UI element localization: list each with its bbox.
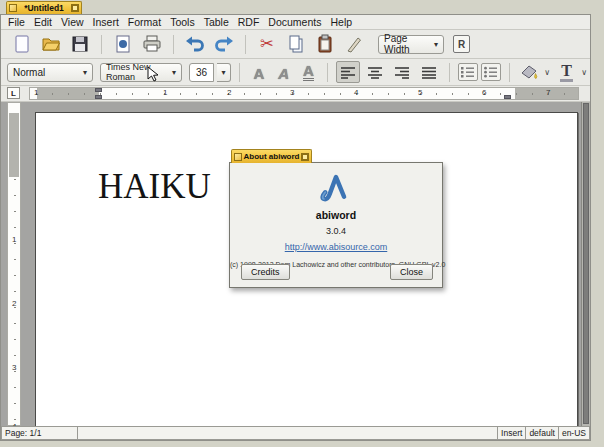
rdf-toggle-button[interactable]: R bbox=[453, 35, 470, 53]
scrollbar-thumb[interactable] bbox=[583, 103, 589, 424]
align-right-button[interactable] bbox=[390, 61, 414, 83]
pen-button[interactable] bbox=[341, 31, 367, 57]
format-toolbar: Normal ▾ Times New Roman ▾ 36 ▾ A A A bbox=[1, 59, 590, 86]
pen-icon bbox=[344, 34, 364, 54]
about-dialog-title: About abiword bbox=[242, 152, 301, 161]
toolbar-separator bbox=[173, 35, 174, 54]
save-button[interactable] bbox=[67, 31, 93, 57]
fill-bucket-icon bbox=[519, 63, 539, 81]
font-size-dropdown[interactable]: ▾ bbox=[217, 63, 231, 82]
toolbar-separator bbox=[101, 35, 102, 54]
menu-help[interactable]: Help bbox=[330, 16, 352, 28]
bold-icon: A bbox=[254, 66, 265, 81]
menu-tools[interactable]: Tools bbox=[170, 16, 195, 28]
chevron-down-icon: ▾ bbox=[167, 68, 176, 77]
menu-edit[interactable]: Edit bbox=[34, 16, 52, 28]
document-text[interactable]: HAIKU bbox=[98, 169, 211, 204]
menu-documents[interactable]: Documents bbox=[268, 16, 321, 28]
cut-button[interactable]: ✂ bbox=[254, 31, 280, 57]
align-justify-icon bbox=[421, 66, 437, 79]
horizontal-ruler: 1 1 2 3 4 5 6 7 bbox=[29, 87, 579, 100]
toolbar-separator bbox=[509, 63, 510, 82]
undo-icon bbox=[185, 34, 205, 54]
page-indicator: Page: 1/1 bbox=[1, 426, 78, 440]
vertical-scrollbar[interactable] bbox=[581, 102, 590, 426]
numbered-list-button[interactable] bbox=[458, 63, 478, 81]
chevron-down-icon[interactable]: ∨ bbox=[581, 68, 587, 77]
language-indicator[interactable]: en-US bbox=[559, 426, 590, 440]
font-size-input[interactable]: 36 bbox=[189, 63, 214, 82]
open-button[interactable] bbox=[38, 31, 64, 57]
status-message-area bbox=[78, 426, 498, 440]
app-version: 3.0.4 bbox=[230, 226, 442, 236]
ruler-number: 3 bbox=[290, 89, 294, 97]
menu-format[interactable]: Format bbox=[128, 16, 161, 28]
left-indent-marker[interactable] bbox=[95, 95, 102, 99]
toolbar-separator bbox=[239, 63, 240, 82]
insert-mode-indicator[interactable]: Insert bbox=[498, 426, 526, 440]
desktop: *Untitled1 File Edit View Insert Format … bbox=[0, 0, 604, 447]
tabstop-selector[interactable]: L bbox=[7, 87, 20, 99]
align-justify-button[interactable] bbox=[417, 61, 441, 83]
paste-icon bbox=[315, 34, 335, 54]
menu-rdf[interactable]: RDF bbox=[238, 16, 260, 28]
chevron-down-icon[interactable]: ∨ bbox=[544, 68, 550, 77]
vertical-ruler: 1 2 3 4 bbox=[7, 102, 21, 426]
about-dialog-tab[interactable]: About abiword bbox=[231, 149, 312, 163]
zoom-icon[interactable] bbox=[71, 4, 79, 12]
save-icon bbox=[70, 34, 90, 54]
first-line-indent-marker[interactable] bbox=[95, 88, 102, 92]
credits-button[interactable]: Credits bbox=[241, 264, 290, 280]
paste-button[interactable] bbox=[312, 31, 338, 57]
undo-button[interactable] bbox=[182, 31, 208, 57]
font-color-icon: T bbox=[560, 63, 573, 82]
close-icon[interactable] bbox=[9, 4, 17, 12]
menu-table[interactable]: Table bbox=[204, 16, 229, 28]
ruler-ticks bbox=[36, 93, 576, 95]
ruler-number: 1 bbox=[12, 236, 16, 244]
align-left-button[interactable] bbox=[336, 61, 360, 83]
copy-button[interactable] bbox=[283, 31, 309, 57]
underline-button[interactable]: A bbox=[298, 62, 320, 83]
right-indent-marker[interactable] bbox=[504, 95, 511, 99]
zoom-select[interactable]: Page Width ▾ bbox=[378, 35, 444, 54]
toolbar-separator bbox=[327, 63, 328, 82]
bold-button[interactable]: A bbox=[248, 62, 270, 83]
bulleted-list-button[interactable] bbox=[481, 63, 501, 81]
ruler-number: 1 bbox=[163, 89, 167, 97]
menu-view[interactable]: View bbox=[61, 16, 84, 28]
style-value: Normal bbox=[13, 67, 45, 78]
document-area: 1 2 3 4 HAIKU About abiword bbox=[1, 102, 590, 426]
font-select[interactable]: Times New Roman ▾ bbox=[100, 63, 182, 82]
ruler-number: 2 bbox=[227, 89, 231, 97]
cut-icon: ✂ bbox=[260, 36, 273, 52]
redo-button[interactable] bbox=[211, 31, 237, 57]
style-select[interactable]: Normal ▾ bbox=[7, 63, 93, 82]
menubar: File Edit View Insert Format Tools Table… bbox=[1, 15, 590, 30]
zoom-icon[interactable] bbox=[301, 153, 309, 161]
abiword-logo-icon bbox=[318, 169, 354, 203]
menu-insert[interactable]: Insert bbox=[93, 16, 119, 28]
new-document-icon bbox=[12, 34, 32, 54]
numbered-list-icon bbox=[460, 66, 475, 78]
website-link[interactable]: http://www.abisource.com bbox=[285, 242, 388, 252]
print-preview-button[interactable] bbox=[110, 31, 136, 57]
menu-file[interactable]: File bbox=[8, 16, 25, 28]
chevron-down-icon: ▾ bbox=[429, 40, 438, 49]
highlight-color-button[interactable] bbox=[517, 59, 540, 85]
ruler-number: 1 bbox=[34, 89, 38, 97]
window-tab[interactable]: *Untitled1 bbox=[6, 1, 82, 14]
close-icon[interactable] bbox=[234, 153, 242, 161]
font-color-button[interactable]: T bbox=[556, 59, 577, 85]
print-icon bbox=[142, 34, 162, 54]
align-center-button[interactable] bbox=[363, 61, 387, 83]
italic-button[interactable]: A bbox=[273, 62, 295, 83]
new-document-button[interactable] bbox=[9, 31, 35, 57]
window-title: *Untitled1 bbox=[17, 3, 71, 13]
ruler-number: 2 bbox=[12, 300, 16, 308]
close-button[interactable]: Close bbox=[390, 264, 433, 280]
style-indicator[interactable]: default bbox=[526, 426, 559, 440]
print-button[interactable] bbox=[139, 31, 165, 57]
ruler-number: 3 bbox=[12, 364, 16, 372]
align-center-icon bbox=[367, 66, 383, 79]
